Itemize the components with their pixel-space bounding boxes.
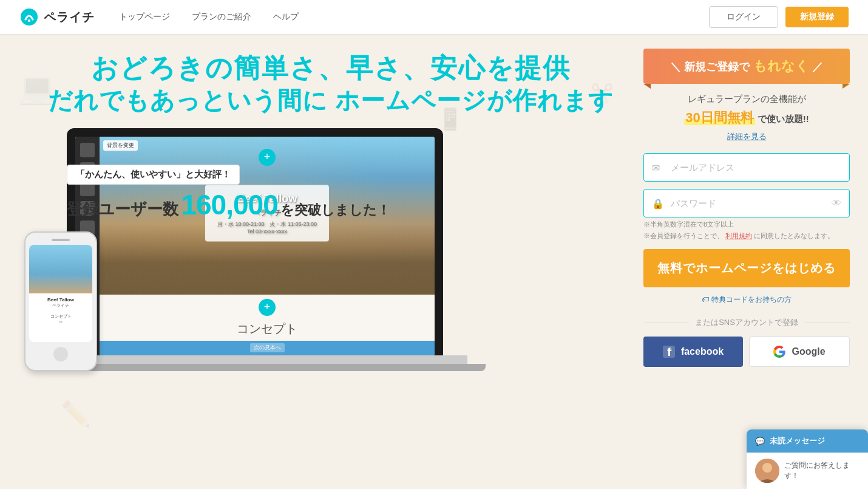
main-content: 💻 📱 ✏️ ✂️ おどろきの簡単さ、早さ、安心を提供 だれでもあっという間に … — [0, 34, 868, 489]
nav-plans[interactable]: プランのご紹介 — [192, 12, 251, 22]
screen-bottom-bar: 次の見本へ — [100, 341, 435, 355]
header-actions: ログイン 新規登録 — [709, 6, 849, 28]
phone-screen: Beef Tallow ペライチ コンセプト ✂ — [29, 245, 92, 342]
logo-icon — [19, 7, 39, 27]
facebook-icon — [663, 346, 675, 358]
svg-point-4 — [762, 463, 772, 473]
hero-title-line1: おどろきの簡単さ、早さ、安心を提供 — [36, 52, 625, 84]
hero-title-line2: だれでもあっという間に ホームページが作れます — [36, 84, 625, 116]
facebook-button[interactable]: facebook — [643, 337, 743, 367]
phone-screen-content: Beef Tallow ペライチ コンセプト ✂ — [29, 293, 92, 329]
coupon-link[interactable]: 🏷 特典コードをお持ちの方 — [643, 295, 850, 305]
agree-prefix: ※会員登録を行うことで、 — [643, 232, 724, 239]
detail-link[interactable]: 詳細を見る — [727, 132, 767, 141]
form-section: ＼ 新規ご登録で もれなく ／ レギュラープランの全機能が 30日間無料 で使い… — [625, 34, 868, 489]
facebook-label: facebook — [681, 346, 724, 357]
caption-prefix: 登録ユーザー数 — [67, 200, 178, 218]
chat-avatar — [755, 459, 779, 483]
google-button[interactable]: Google — [749, 337, 850, 367]
laptop-base-bar — [67, 355, 467, 364]
phone-screen-bg — [29, 245, 92, 293]
screen-bg-change-text: 背景を変更 — [107, 142, 134, 148]
screen-add-section-bottom[interactable]: + — [259, 299, 276, 316]
logo-text: ペライチ — [44, 9, 95, 26]
detail-link-row: 詳細を見る — [643, 131, 850, 142]
agree-suffix: に同意したとみなします。 — [754, 232, 834, 239]
screen-bottom-btn[interactable]: 次の見本へ — [250, 343, 285, 352]
chat-widget[interactable]: 💬 未読メッセージ ご質問にお答えします！ — [747, 429, 868, 489]
login-button[interactable]: ログイン — [709, 6, 778, 28]
nav-top-page[interactable]: トップページ — [119, 12, 170, 22]
promo-suffix: で使い放題!! — [758, 114, 809, 124]
promo-days: 30日間無料 — [684, 110, 754, 125]
divider-left — [643, 323, 689, 323]
google-label: Google — [792, 346, 825, 357]
promo-prefix: レギュラープランの全機能が — [688, 94, 806, 104]
banner-suffix: ／ — [812, 61, 823, 73]
chat-header-text: 未読メッセージ — [770, 436, 825, 446]
phone-restaurant-subtitle: ペライチ — [33, 303, 89, 309]
password-hint: ※半角英数字混在で8文字以上 — [643, 220, 850, 229]
agree-link[interactable]: 利用規約 — [725, 232, 752, 239]
nav: トップページ プランのご紹介 ヘルプ — [119, 12, 709, 22]
laptop-mockup: 背景を変更 + Beef Tallow ペライチ 月・水 10:00-21:00… — [67, 128, 443, 355]
banner-prefix: ＼ 新規ご登録で — [670, 61, 750, 73]
agree-text: ※会員登録を行うことで、 利用規約 に同意したとみなします。 — [643, 231, 850, 241]
caption-number: 160,000 — [181, 189, 277, 221]
promo-text: レギュラープランの全機能が — [643, 94, 850, 105]
phone-restaurant-title: Beef Tallow — [33, 297, 89, 303]
screen-tel: Tel 03-xxxx-xxxx — [217, 228, 317, 234]
divider-right — [804, 323, 850, 323]
password-input[interactable] — [643, 189, 850, 217]
email-icon: ✉ — [652, 162, 660, 173]
divider-text: またはSNSアカウントで登録 — [695, 317, 798, 328]
screen-add-section-top[interactable]: + — [259, 149, 276, 166]
eye-icon[interactable]: 👁 — [832, 198, 841, 209]
chat-header: 💬 未読メッセージ — [747, 429, 868, 453]
screen-toolbar: 背景を変更 — [103, 140, 138, 151]
screen-concept-text: コンセプト — [237, 321, 297, 337]
start-button[interactable]: 無料でホームページをはじめる — [643, 249, 850, 287]
screen-hours: 月・水 10:00-21:00 火・木 11:05-23:00 — [217, 220, 317, 228]
chat-body: ご質問にお答えします！ — [747, 453, 868, 489]
banner-highlight: もれなく — [753, 58, 809, 74]
chat-body-text: ご質問にお答えします！ — [784, 460, 860, 481]
password-input-group: 🔒 👁 — [643, 189, 850, 217]
chat-avatar-image — [755, 459, 779, 483]
hero-section: おどろきの簡単さ、早さ、安心を提供 だれでもあっという間に ホームページが作れま… — [0, 34, 625, 489]
phone-outer: Beef Tallow ペライチ コンセプト ✂ — [24, 231, 97, 371]
register-button[interactable]: 新規登録 — [785, 7, 849, 27]
sns-divider: またはSNSアカウントで登録 — [643, 317, 850, 328]
email-input-group: ✉ — [643, 153, 850, 182]
caption-badge-text: 「かんたん、使いやすい」と大好評！ — [76, 169, 231, 179]
promo-days-row: 30日間無料 で使い放題!! — [643, 109, 850, 127]
device-mockup-area: 「かんたん、使いやすい」と大好評！ 登録ユーザー数 160,000 を突破しまし… — [18, 128, 625, 371]
svg-point-0 — [21, 9, 38, 26]
phone-concept: コンセプト — [33, 313, 89, 320]
google-icon — [773, 346, 785, 358]
caption-user-count: 登録ユーザー数 160,000 を突破しました！ — [67, 188, 390, 221]
phone-mockup: Beef Tallow ペライチ コンセプト ✂ — [24, 231, 97, 371]
coupon-link-text: 🏷 特典コードをお持ちの方 — [702, 295, 791, 304]
caption-suffix: を突破しました！ — [280, 202, 390, 217]
laptop-foot — [49, 364, 486, 371]
nav-help[interactable]: ヘルプ — [273, 12, 299, 22]
reg-banner: ＼ 新規ご登録で もれなく ／ — [643, 49, 850, 84]
lock-icon: 🔒 — [652, 197, 664, 209]
caption-badge: 「かんたん、使いやすい」と大好評！ — [67, 165, 240, 185]
svg-point-1 — [28, 19, 30, 22]
phone-scissors: ✂ — [33, 320, 89, 325]
phone-speaker — [52, 239, 70, 241]
sns-buttons: facebook Google — [643, 337, 850, 367]
screen-sidebar-icon-1 — [80, 143, 95, 157]
laptop-base-area — [18, 355, 625, 371]
header: ペライチ トップページ プランのご紹介 ヘルプ ログイン 新規登録 — [0, 0, 868, 34]
phone-home-button — [53, 347, 68, 361]
hero-title: おどろきの簡単さ、早さ、安心を提供 だれでもあっという間に ホームページが作れま… — [36, 52, 625, 116]
email-input[interactable] — [643, 153, 850, 182]
caption-area: 「かんたん、使いやすい」と大好評！ 登録ユーザー数 160,000 を突破しまし… — [67, 165, 390, 221]
chat-icon: 💬 — [755, 437, 765, 446]
logo-area[interactable]: ペライチ — [19, 7, 95, 27]
